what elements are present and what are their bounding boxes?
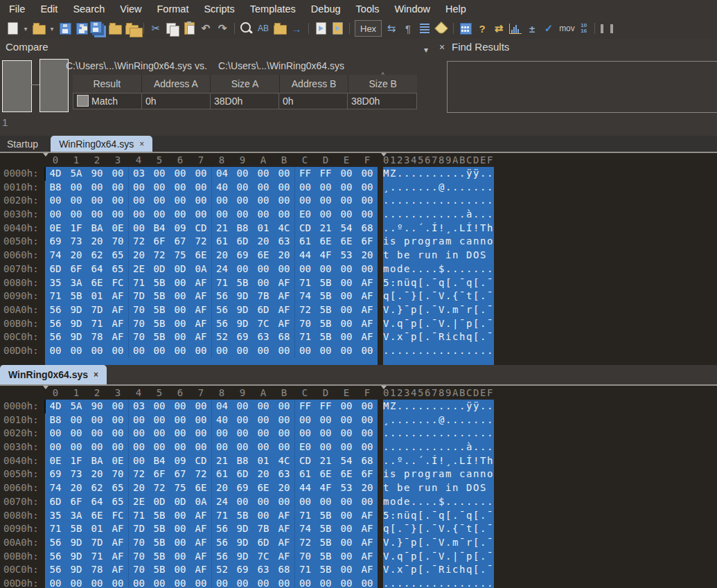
column-header-size-a[interactable]: Size A [211, 75, 280, 93]
hex-byte[interactable]: 00 [336, 440, 357, 454]
hex-byte[interactable]: 0D [170, 262, 191, 276]
hex-byte[interactable]: 00 [128, 440, 149, 454]
hex-bytes[interactable]: 6D6F64652E0D0D0A2400000000000000 [45, 495, 378, 509]
hex-byte[interactable]: 6E [315, 235, 336, 249]
hex-byte[interactable]: 4D [45, 400, 66, 413]
find-in-files-icon[interactable] [272, 19, 288, 37]
hex-byte[interactable]: 00 [45, 440, 66, 454]
ascii-text[interactable]: 5:nüq[.¯q[.¯q[.¯ [383, 276, 494, 290]
hex-byte[interactable]: 72 [149, 249, 170, 262]
hex-byte[interactable]: 00 [274, 427, 294, 440]
compare-panel-close-icon[interactable]: × [439, 42, 445, 52]
hex-byte[interactable]: 20 [87, 235, 107, 249]
hex-byte[interactable]: 63 [274, 467, 294, 481]
hex-byte[interactable]: 69 [232, 330, 253, 344]
ascii-text[interactable]: t be run in DOS [383, 249, 494, 262]
hex-byte[interactable]: 00 [170, 303, 191, 317]
hex-byte[interactable]: AF [191, 303, 211, 317]
hex-byte[interactable]: 03 [128, 400, 149, 413]
hex-byte[interactable]: 00 [274, 344, 294, 358]
menu-edit[interactable]: Edit [33, 0, 65, 18]
hex-byte[interactable]: 00 [274, 194, 294, 208]
replace-icon[interactable]: AB [255, 19, 272, 37]
hex-byte[interactable]: FF [294, 167, 315, 181]
hex-byte[interactable]: 5B [66, 289, 87, 303]
hex-byte[interactable]: 0E [45, 454, 66, 468]
hex-byte[interactable]: AF [357, 522, 378, 536]
hex-byte[interactable]: AF [107, 303, 128, 317]
hex-byte[interactable]: 00 [45, 208, 66, 222]
hex-bytes[interactable]: 4D5A90000300000004000000FFFF0000 [45, 400, 378, 413]
hex-byte[interactable]: 74 [294, 289, 315, 303]
hex-byte[interactable]: 00 [87, 440, 107, 454]
cut-icon[interactable]: ✂ [148, 19, 164, 37]
hex-byte[interactable]: 00 [336, 413, 357, 427]
hex-byte[interactable]: 53 [336, 481, 357, 495]
ascii-text[interactable]: V.x¯p[.¯Richq[.¯ [383, 563, 494, 577]
hex-byte[interactable]: 65 [107, 495, 128, 509]
hex-byte[interactable]: 00 [253, 262, 274, 276]
hex-byte[interactable]: AF [357, 509, 378, 523]
hex-byte[interactable]: 00 [128, 427, 149, 440]
hex-byte[interactable]: 00 [274, 181, 294, 195]
hex-byte[interactable]: 9D [66, 536, 87, 550]
hex-byte[interactable]: 00 [315, 495, 336, 509]
hex-byte[interactable]: B4 [149, 454, 170, 468]
hex-byte[interactable]: 00 [336, 400, 357, 413]
hex-byte[interactable]: AF [191, 509, 211, 523]
hex-byte[interactable]: 56 [45, 317, 66, 331]
hex-byte[interactable]: 0A [191, 495, 211, 509]
hex-byte[interactable]: 00 [66, 344, 87, 358]
hex-byte[interactable]: 00 [357, 400, 378, 413]
hex-bytes[interactable]: 353A6EFC715B00AF715B00AF715B00AF [45, 509, 378, 523]
hex-byte[interactable]: 68 [274, 563, 294, 577]
hex-byte[interactable]: 00 [170, 427, 191, 440]
menu-file[interactable]: File [1, 0, 33, 18]
hex-mode-icon[interactable]: Hex [355, 20, 382, 37]
hex-byte[interactable]: 62 [87, 249, 107, 262]
hex-byte[interactable]: 5B [149, 522, 170, 536]
hex-byte[interactable]: 00 [45, 427, 66, 440]
hex-byte[interactable]: 01 [253, 454, 274, 468]
hex-byte[interactable]: 4C [274, 454, 294, 468]
hex-byte[interactable]: 00 [336, 522, 357, 536]
hex-byte[interactable]: 00 [149, 181, 170, 195]
hex-bytes[interactable]: 569D7DAF705B00AF569D6DAF725B00AF [45, 303, 378, 317]
menu-search[interactable]: Search [65, 0, 112, 18]
hex-byte[interactable]: 00 [170, 400, 191, 413]
hex-byte[interactable]: 00 [149, 344, 170, 358]
hex-byte[interactable]: 5B [232, 509, 253, 523]
hex-byte[interactable]: 68 [274, 330, 294, 344]
hex-byte[interactable]: 71 [45, 522, 66, 536]
hex-byte[interactable]: AF [357, 563, 378, 577]
hex-byte[interactable]: 00 [107, 167, 128, 181]
column-header-size-b[interactable]: Size B^ [348, 75, 417, 93]
hex-byte[interactable]: 00 [191, 413, 211, 427]
hex-byte[interactable]: 5B [149, 289, 170, 303]
hex-bytes[interactable]: 69732070726F6772616D2063616E6E6F [45, 235, 378, 249]
tab-winring0x64-sys[interactable]: WinRing0x64.sys× [0, 365, 107, 384]
paste-icon[interactable] [181, 19, 197, 37]
hex-byte[interactable]: 64 [87, 495, 107, 509]
ascii-text[interactable]: mode....$....... [383, 495, 494, 509]
hex-byte[interactable]: 65 [107, 249, 128, 262]
hex-byte[interactable]: 52 [211, 563, 232, 577]
hex-byte[interactable]: 09 [170, 454, 191, 468]
hex-byte[interactable]: 6E [253, 481, 274, 495]
hex-byte[interactable]: 7C [253, 317, 274, 331]
hex-byte[interactable]: 9D [66, 563, 87, 577]
hex-bytes[interactable]: 742062652072756E20696E20444F5320 [45, 249, 378, 262]
hex-byte[interactable]: 65 [107, 481, 128, 495]
hex-byte[interactable]: 35 [45, 509, 66, 523]
hex-byte[interactable]: 00 [294, 344, 315, 358]
hex-byte[interactable]: 74 [45, 481, 66, 495]
hex-byte[interactable]: 00 [336, 509, 357, 523]
hex-byte[interactable]: 70 [128, 303, 149, 317]
hex-byte[interactable]: AF [107, 550, 128, 564]
compare-thumbnail-file-a[interactable] [2, 60, 32, 112]
hex-byte[interactable]: 6F [149, 235, 170, 249]
hex-byte[interactable]: 72 [191, 467, 211, 481]
hex-byte[interactable]: 71 [294, 276, 315, 290]
hex-byte[interactable]: 00 [149, 577, 170, 588]
hex-byte[interactable]: 4C [274, 222, 294, 235]
